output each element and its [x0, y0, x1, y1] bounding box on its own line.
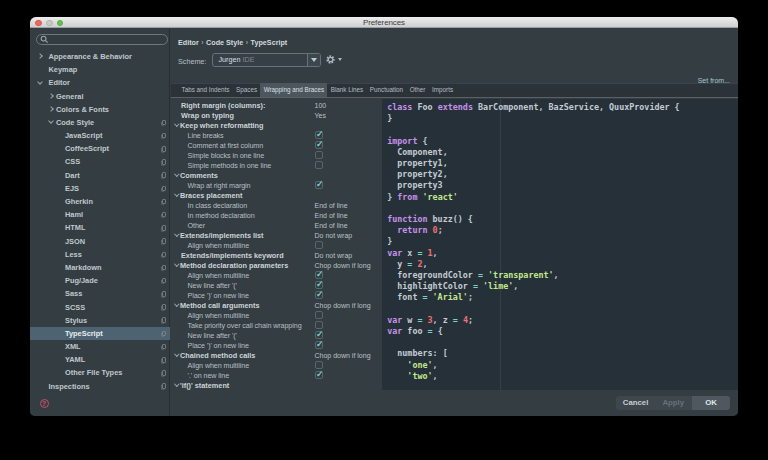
sidebar-item-less[interactable]: Less [30, 248, 170, 261]
sidebar-item-keymap[interactable]: Keymap [30, 63, 170, 76]
cancel-button[interactable]: Cancel [616, 396, 655, 410]
screen: Preferences Appearance & BehaviorKeymapE… [0, 0, 768, 460]
scheme-dropdown-arrow[interactable] [307, 54, 320, 66]
setting-value[interactable]: End of line [315, 212, 348, 219]
setting-value[interactable]: Chop down if long [315, 262, 371, 269]
code-line: var foo = { [387, 326, 679, 337]
sidebar-item-html[interactable]: HTML [30, 221, 170, 234]
code-token-kw: from [397, 192, 422, 202]
setting-label: Align when multiline [188, 241, 250, 250]
code-token-pl: , [513, 281, 518, 291]
checkbox-checked[interactable]: ✓ [315, 371, 323, 379]
sidebar-item-scss[interactable]: SCSS [30, 300, 170, 313]
scheme-name: Jurgen [219, 55, 241, 64]
sidebar-item-sass[interactable]: Sass [30, 287, 170, 300]
group-collapse-icon[interactable] [174, 382, 179, 387]
sidebar-item-markdown[interactable]: Markdown [30, 261, 170, 274]
code-line: var w = 3, z = 4; [387, 315, 679, 326]
code-line: highlightColor = 'lime', [387, 281, 679, 292]
sidebar-item-general[interactable]: General [30, 89, 170, 102]
tab-punctuation[interactable]: Punctuation [367, 83, 407, 96]
chevron-down-icon[interactable] [48, 119, 54, 125]
help-button[interactable]: ? [40, 399, 49, 408]
sidebar-item-javascript[interactable]: JavaScript [30, 129, 170, 142]
sidebar-item-editor[interactable]: Editor [30, 76, 170, 89]
code-token-pl: , [433, 248, 438, 258]
checkbox-unchecked[interactable] [315, 161, 323, 169]
check-mark-icon: ✓ [316, 289, 324, 299]
sidebar-item-yaml[interactable]: YAML [30, 353, 170, 366]
setting-value[interactable]: 100 [315, 102, 327, 109]
set-from-link[interactable]: Set from... [698, 77, 730, 84]
checkbox-unchecked[interactable] [315, 241, 323, 249]
setting-value[interactable]: Chop down if long [315, 302, 371, 309]
scheme-select[interactable]: Jurgen IDE [212, 53, 321, 67]
checkbox-checked[interactable]: ✓ [315, 291, 323, 299]
group-collapse-icon[interactable] [174, 352, 179, 357]
code-line [387, 304, 679, 315]
code-line: Component, [387, 147, 679, 158]
sidebar-item-stylus[interactable]: Stylus [30, 314, 170, 327]
setting-row: Extends/implements keywordDo not wrap [171, 250, 382, 260]
sidebar-item-css[interactable]: CSS [30, 155, 170, 168]
checkbox-unchecked[interactable] [315, 311, 323, 319]
setting-label: 'if()' statement [180, 381, 229, 390]
breadcrumb: Editor›Code Style›TypeScript [178, 38, 287, 47]
code-token-str: 'one' [387, 360, 432, 370]
scheme-ide-suffix: IDE [242, 55, 254, 64]
breadcrumb-segment[interactable]: TypeScript [251, 38, 288, 47]
tab-other[interactable]: Other [406, 83, 428, 96]
ok-button[interactable]: OK [692, 396, 731, 410]
group-collapse-icon[interactable] [174, 262, 179, 267]
checkbox-checked[interactable]: ✓ [315, 141, 323, 149]
breadcrumb-separator: › [199, 39, 206, 46]
tab-imports[interactable]: Imports [429, 83, 457, 96]
checkbox-checked[interactable]: ✓ [315, 181, 323, 189]
group-collapse-icon[interactable] [174, 302, 179, 307]
chevron-down-icon[interactable] [37, 79, 43, 85]
checkbox-unchecked[interactable] [315, 151, 323, 159]
sidebar-item-dart[interactable]: Dart [30, 169, 170, 182]
group-collapse-icon[interactable] [174, 122, 179, 127]
tab-tabs-and-indents[interactable]: Tabs and Indents [178, 83, 233, 96]
sidebar-item-json[interactable]: JSON [30, 235, 170, 248]
search-input[interactable] [36, 34, 168, 45]
setting-value[interactable]: Do not wrap [315, 232, 353, 239]
breadcrumb-segment[interactable]: Editor [178, 38, 199, 47]
setting-value[interactable]: End of line [315, 202, 348, 209]
sidebar-item-haml[interactable]: Haml [30, 208, 170, 221]
chevron-right-icon[interactable] [48, 93, 54, 99]
sidebar-item-code-style[interactable]: Code Style [30, 116, 170, 129]
tab-spaces[interactable]: Spaces [233, 83, 261, 96]
chevron-right-icon[interactable] [48, 106, 54, 112]
setting-value[interactable]: End of line [315, 222, 348, 229]
setting-value[interactable]: Do not wrap [315, 252, 353, 259]
group-collapse-icon[interactable] [174, 232, 179, 237]
sidebar-item-label: Dart [65, 171, 80, 180]
chevron-right-icon[interactable] [37, 53, 43, 59]
modified-page-icon [162, 370, 167, 376]
breadcrumb-segment[interactable]: Code Style [206, 38, 243, 47]
code-token-op: = [428, 326, 438, 336]
scheme-actions[interactable] [325, 53, 342, 67]
sidebar-item-appearance-behavior[interactable]: Appearance & Behavior [30, 50, 170, 63]
setting-value[interactable]: Yes [315, 112, 326, 119]
setting-label: New line after '(' [188, 281, 237, 290]
sidebar-item-pug-jade[interactable]: Pug/Jade [30, 274, 170, 287]
sidebar-item-gherkin[interactable]: Gherkin [30, 195, 170, 208]
checkbox-checked[interactable]: ✓ [315, 341, 323, 349]
sidebar-item-xml[interactable]: XML [30, 340, 170, 353]
setting-value[interactable]: Chop down if long [315, 352, 371, 359]
modified-page-icon [162, 159, 167, 165]
modified-page-icon [162, 212, 167, 218]
sidebar-item-ejs[interactable]: EJS [30, 182, 170, 195]
sidebar-item-coffeescript[interactable]: CoffeeScript [30, 142, 170, 155]
code-token-id: BarComponent, BazService, QuuxProvider { [478, 102, 680, 112]
sidebar-item-typescript[interactable]: TypeScript [30, 327, 170, 340]
group-collapse-icon[interactable] [174, 192, 179, 197]
group-collapse-icon[interactable] [174, 172, 179, 177]
sidebar-item-other-file-types[interactable]: Other File Types [30, 366, 170, 379]
sidebar-item-colors-fonts[interactable]: Colors & Fonts [30, 103, 170, 116]
tab-wrapping-and-braces[interactable]: Wrapping and Braces [260, 83, 327, 96]
tab-blank-lines[interactable]: Blank Lines [327, 83, 366, 96]
